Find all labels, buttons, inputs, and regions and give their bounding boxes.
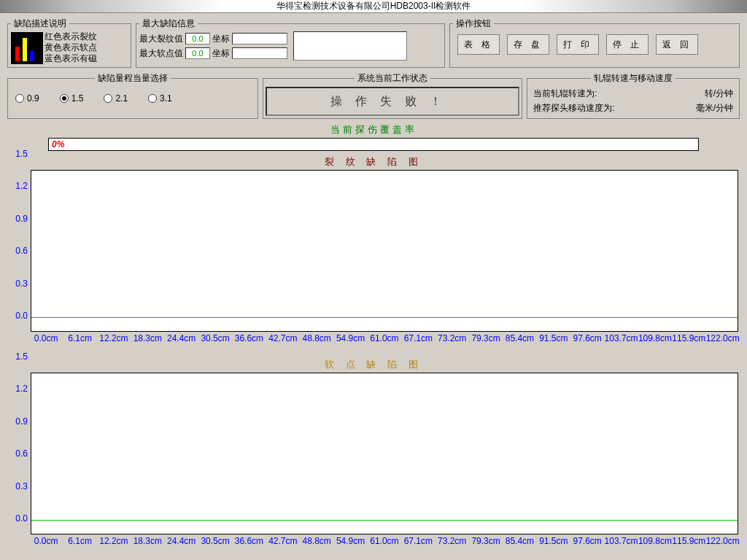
xtick: 30.5cm xyxy=(198,536,232,556)
range-radio-2.1[interactable]: 2.1 xyxy=(104,93,128,104)
chart-yaxis: 1.51.20.90.60.30.0 xyxy=(7,154,29,316)
desc-blue: 蓝色表示有磁 xyxy=(44,53,97,64)
xtick: 42.7cm xyxy=(266,333,300,354)
speed-rec-unit: 毫米/分钟 xyxy=(696,102,733,114)
group-desc: 缺陷描述说明 红色表示裂纹 黄色表示软点 蓝色表示有磁 xyxy=(7,18,131,68)
table-button[interactable]: 表 格 xyxy=(457,34,500,55)
xtick: 97.6cm xyxy=(570,536,604,556)
xtick: 67.1cm xyxy=(401,333,435,354)
radio-dot-icon xyxy=(60,94,69,103)
xtick: 91.5cm xyxy=(537,333,570,354)
group-desc-legend: 缺陷描述说明 xyxy=(11,18,69,30)
radio-label: 2.1 xyxy=(115,93,128,104)
chart-yaxis: 1.51.20.90.60.30.0 xyxy=(7,357,29,518)
threshold-line xyxy=(31,317,738,318)
threshold-line xyxy=(31,520,738,521)
chart-title: 裂 纹 缺 陷 图 xyxy=(7,154,740,170)
xtick: 24.4cm xyxy=(165,333,198,354)
chart-0: 裂 纹 缺 陷 图1.51.20.90.60.30.00.0cm6.1cm12.… xyxy=(7,154,740,354)
ytick: 0.0 xyxy=(15,311,28,321)
app-title: 华得宝检测技术设备有限公司HDB2003-II检测软件 xyxy=(276,0,471,12)
ytick: 0.6 xyxy=(15,448,28,459)
chart-1: 软 点 缺 陷 图1.51.20.90.60.30.00.0cm6.1cm12.… xyxy=(7,357,740,556)
xtick: 54.9cm xyxy=(333,333,367,354)
xtick: 85.4cm xyxy=(503,333,536,354)
xtick: 115.9cm xyxy=(672,536,705,556)
radio-label: 1.5 xyxy=(71,93,84,104)
radio-dot-icon xyxy=(148,94,157,103)
xtick: 61.0cm xyxy=(368,536,401,556)
range-radio-1.5[interactable]: 1.5 xyxy=(60,93,84,104)
xtick: 12.2cm xyxy=(97,333,131,354)
xtick: 36.6cm xyxy=(232,333,266,354)
xtick: 103.7cm xyxy=(604,536,638,556)
xtick: 79.3cm xyxy=(469,536,503,556)
speed-current-unit: 转/分钟 xyxy=(705,88,733,100)
group-maxinfo-legend: 最大缺陷信息 xyxy=(139,18,198,30)
xtick: 122.0cm xyxy=(706,536,740,556)
group-status: 系统当前工作状态 操作失败！ xyxy=(263,72,522,119)
radio-label: 3.1 xyxy=(160,93,172,104)
title-bar: 华得宝检测技术设备有限公司HDB2003-II检测软件 xyxy=(0,0,747,13)
save-button[interactable]: 存 盘 xyxy=(507,34,549,55)
range-radio-3.1[interactable]: 3.1 xyxy=(148,93,172,104)
ytick: 0.3 xyxy=(15,279,28,289)
xtick: 85.4cm xyxy=(503,536,536,556)
chart-title: 软 点 缺 陷 图 xyxy=(7,357,740,373)
chart-xaxis: 0.0cm6.1cm12.2cm18.3cm24.4cm30.5cm36.6cm… xyxy=(29,332,740,354)
ytick: 0.9 xyxy=(15,214,28,224)
xtick: 48.8cm xyxy=(300,536,333,556)
xtick: 109.8cm xyxy=(638,333,672,354)
maxinfo-display xyxy=(293,31,407,61)
xtick: 122.0cm xyxy=(706,333,740,354)
group-maxinfo: 最大缺陷信息 最大裂纹值 0.0 坐标 最大软点值 0.0 坐标 xyxy=(136,18,445,68)
xtick: 73.2cm xyxy=(436,536,469,556)
status-text: 操作失败！ xyxy=(266,87,519,116)
radio-label: 0.9 xyxy=(27,93,39,104)
radio-dot-icon xyxy=(15,94,24,103)
coverage-title: 当前探伤覆盖率 xyxy=(7,119,740,138)
group-status-legend: 系统当前工作状态 xyxy=(355,72,430,85)
stop-button[interactable]: 停 止 xyxy=(606,34,649,55)
coverage-value: 0% xyxy=(48,138,699,151)
speed-rec-label: 推荐探头移动速度为: xyxy=(533,102,614,114)
speed-current-label: 当前轧辊转速为: xyxy=(533,88,597,100)
xtick: 6.1cm xyxy=(63,536,96,556)
soft-coord-value xyxy=(232,47,287,59)
xtick: 24.4cm xyxy=(165,536,198,556)
ytick: 0.0 xyxy=(15,513,28,524)
xtick: 12.2cm xyxy=(97,536,131,556)
xtick: 6.1cm xyxy=(63,333,96,354)
radio-dot-icon xyxy=(104,94,112,103)
group-ops: 操作按钮 表 格 存 盘 打 印 停 止 返 回 xyxy=(449,18,740,68)
crack-coord-value xyxy=(232,33,287,44)
group-speed-legend: 轧辊转速与移动速度 xyxy=(591,72,676,85)
xtick: 18.3cm xyxy=(131,536,164,556)
soft-value: 0.0 xyxy=(185,47,210,59)
soft-label: 最大软点值 xyxy=(139,47,183,60)
ytick: 1.5 xyxy=(15,351,28,362)
crack-value: 0.0 xyxy=(185,33,210,44)
group-speed: 轧辊转速与移动速度 当前轧辊转速为: 转/分钟 推荐探头移动速度为: 毫米/分钟 xyxy=(527,72,740,119)
chart-plot xyxy=(31,170,738,332)
ytick: 1.2 xyxy=(15,384,28,394)
xtick: 54.9cm xyxy=(333,536,367,556)
soft-coord-label: 坐标 xyxy=(212,47,230,60)
print-button[interactable]: 打 印 xyxy=(557,34,599,55)
chart-xaxis: 0.0cm6.1cm12.2cm18.3cm24.4cm30.5cm36.6cm… xyxy=(29,534,740,556)
legend-chart-icon xyxy=(11,32,43,64)
xtick: 36.6cm xyxy=(232,536,266,556)
xtick: 91.5cm xyxy=(537,536,570,556)
range-radio-0.9[interactable]: 0.9 xyxy=(15,93,39,104)
xtick: 42.7cm xyxy=(266,536,300,556)
ytick: 0.9 xyxy=(15,416,28,427)
ytick: 1.2 xyxy=(15,181,28,191)
xtick: 67.1cm xyxy=(401,536,435,556)
desc-red: 红色表示裂纹 xyxy=(44,31,97,42)
xtick: 30.5cm xyxy=(198,333,232,354)
ytick: 0.6 xyxy=(15,246,28,256)
ytick: 0.3 xyxy=(15,481,28,491)
group-ops-legend: 操作按钮 xyxy=(453,18,494,30)
back-button[interactable]: 返 回 xyxy=(656,34,698,55)
crack-coord-label: 坐标 xyxy=(212,33,230,45)
